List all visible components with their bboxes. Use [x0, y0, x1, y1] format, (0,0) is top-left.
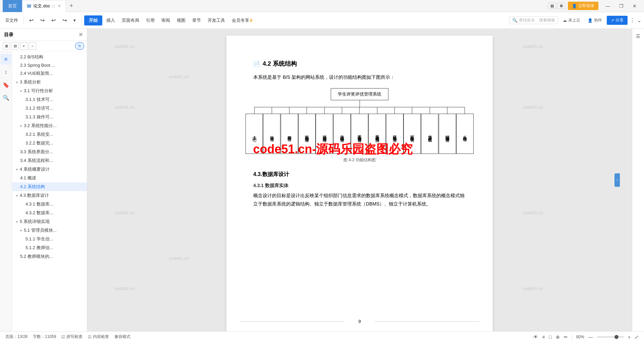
search-bar[interactable]: 🔍 查找命令、搜索模板 [509, 16, 558, 24]
panel-expand-button[interactable]: › [614, 173, 620, 187]
view-btn-1[interactable]: 👁 [533, 334, 538, 340]
spell-check[interactable]: ☑ 拼写检查 [61, 334, 83, 340]
diagram-cell-6: 奖学金申请管理 [351, 114, 368, 154]
toc-item-32[interactable]: ▾3.2 系统性能分... [12, 121, 87, 130]
toolbar-redo[interactable]: ↪ [38, 16, 47, 25]
toc-item-322[interactable]: 3.2.2 数据完... [12, 139, 87, 148]
toc-item-33[interactable]: 3.3 系统界面分... [12, 148, 87, 156]
sidebar-nav-icon[interactable]: ↕ [1, 67, 11, 77]
tab-doc[interactable]: W 论文.doc □ ✕ [22, 0, 66, 12]
toolbar-insert[interactable]: 插入 [104, 16, 118, 25]
content-check[interactable]: ☑ 内容检查 [88, 334, 109, 340]
toc-item-51[interactable]: ▾5.1 管理员模块... [12, 226, 87, 235]
toolbar-chapter[interactable]: 章节 [190, 16, 204, 25]
diagram-col-0: 个人中心 [246, 107, 263, 154]
toolbar-layout[interactable]: 页面布局 [119, 16, 142, 25]
toc-item-52[interactable]: 5.2 教师模块的... [12, 252, 87, 261]
toolbar-file[interactable]: ☰ 文件 [3, 16, 21, 25]
toolbar-review[interactable]: 审阅 [159, 16, 173, 25]
toc-item-22[interactable]: 2.2 B/S结构 [12, 53, 87, 61]
sidebar-content-area: ≡ ↕ 🔖 🔍 2.2 B/S结构 2.3 Spring Boot ... 2.… [0, 51, 87, 331]
zoom-minus-button[interactable]: — [588, 334, 593, 340]
toolbar-undo[interactable]: ↩ [26, 16, 36, 25]
layout-btn-2[interactable]: ⊞ [557, 3, 565, 9]
sidebar-remove-btn[interactable]: − [29, 42, 36, 50]
view-btn-3[interactable]: □ [549, 334, 551, 340]
toc-item-42[interactable]: 4.2 系统结构 [12, 182, 87, 191]
sidebar-close-button[interactable]: ✕ [78, 32, 83, 38]
toolbar-redo2[interactable]: ↪ [60, 16, 69, 25]
sidebar-search-icon[interactable]: 🔍 [1, 92, 11, 103]
diagram-col-4: 班级信息管理 [316, 107, 333, 154]
toc-item-41[interactable]: 4.1 概述 [12, 174, 87, 182]
toolbar-more[interactable]: ▾ [71, 16, 78, 24]
new-tab-button[interactable]: + [66, 2, 76, 9]
win-minimize-button[interactable]: — [601, 0, 614, 12]
view-btn-5[interactable]: ✏ [564, 334, 568, 340]
toc-item-4[interactable]: ▾4 系统概要设计 [12, 165, 87, 174]
sidebar-collapse-all[interactable]: ⊟ [11, 42, 19, 50]
toc-item-23[interactable]: 2.3 Spring Boot ... [12, 61, 87, 69]
doc-unsaved-icon: □ [52, 4, 55, 8]
more-options-btn[interactable]: ⋮ [630, 17, 635, 23]
sidebar-add-btn[interactable]: + [20, 42, 28, 50]
toc-item-431[interactable]: 4.3.1 数据库... [12, 200, 87, 209]
toolbar-start-button[interactable]: 开始 [84, 15, 102, 25]
diagram-col-6: 奖学金申请管理 [351, 107, 368, 154]
zoom-plus-button[interactable]: + [628, 334, 631, 340]
toolbar-member[interactable]: 会员专享 ♛ [229, 16, 256, 25]
toc-item-5[interactable]: ▾5 系统详细实现 [12, 217, 87, 226]
toc-item-43[interactable]: ▾4.3.数据库设计 [12, 191, 87, 200]
sidebar-controls: ⊞ ⊟ + − ↻ [0, 41, 87, 51]
sidebar-toc-icon[interactable]: ≡ [1, 54, 11, 65]
tab-home[interactable]: 首页 [3, 0, 22, 12]
right-sidebar-btn-1[interactable]: ☰ [634, 32, 643, 41]
login-button[interactable]: 👤 立即登录 [568, 2, 598, 10]
layout-btn-1[interactable]: ▤ [548, 3, 556, 9]
share-button[interactable]: ↗ 分享 [607, 16, 628, 25]
content-check-checkbox: ☑ [88, 335, 92, 339]
toc-item-511[interactable]: 5.1.1 学生信... [12, 235, 87, 243]
zoom-slider-thumb [614, 335, 619, 339]
sidebar-bookmark-icon[interactable]: 🔖 [1, 79, 11, 90]
cloud-button[interactable]: ☁ 未上云 [560, 16, 583, 24]
sidebar-expand-all[interactable]: ⊞ [3, 42, 10, 50]
expand-toolbar-btn[interactable]: ⌄ [637, 17, 641, 23]
toc-item-34[interactable]: 3.4 系统流程和... [12, 156, 87, 165]
sidebar-sync-button[interactable]: ↻ [75, 42, 84, 50]
toolbar: ☰ 文件 ↩ ↪ ↩ ↪ ▾ 开始 插入 页面布局 引用 审阅 视图 章节 开发… [0, 12, 644, 29]
toc-item-31[interactable]: ▾3.1 可行性分析 [12, 87, 87, 95]
toolbar-undo2[interactable]: ↩ [49, 16, 58, 25]
collab-button[interactable]: 👤 协作 [585, 16, 605, 24]
toc-item-313[interactable]: 3.1.3 操作可... [12, 113, 87, 121]
tab-close-button[interactable]: ✕ [58, 4, 61, 8]
diagram-col-2: 教师管理 [281, 107, 298, 154]
toc-item-432[interactable]: 4.3.2 数据库... [12, 209, 87, 217]
win-close-button[interactable]: ✕ [628, 0, 641, 12]
toc-item-512[interactable]: 5.1.2 教师信... [12, 243, 87, 252]
fullscreen-button[interactable]: ⤢ [635, 334, 639, 340]
sync-icon: ↻ [78, 44, 81, 48]
share-icon: ↗ [611, 18, 614, 23]
toc-item-3[interactable]: ▾3 系统分析 [12, 78, 87, 87]
toc-item-24[interactable]: 2.4 VUE框架简... [12, 69, 87, 78]
login-label: 立即登录 [578, 3, 594, 9]
toc-item-311[interactable]: 3.1.1 技术可... [12, 95, 87, 104]
diagram-cell-8: 获奖证书管理 [386, 114, 404, 154]
toolbar-view[interactable]: 视图 [174, 16, 188, 25]
zoom-slider[interactable] [597, 336, 624, 338]
cloud-icon: ☁ [563, 18, 567, 23]
doc-area[interactable]: code51.cn code51.cn code51.cn code51.cn … [87, 29, 632, 331]
status-bar: 页面：13/28 字数：11059 ☑ 拼写检查 ☑ 内容检查 兼容模式 👁 ≡… [0, 331, 644, 342]
login-icon: 👤 [572, 4, 577, 8]
toolbar-ref[interactable]: 引用 [143, 16, 157, 25]
toc-item-321[interactable]: 3.2.1 系统安... [12, 130, 87, 139]
system-diagram: 学生评奖评优管理系统 个人中心 学生管理 [253, 88, 466, 163]
win-restore-button[interactable]: ❐ [614, 0, 628, 12]
doc-section-icon: 📄 [253, 61, 260, 67]
view-btn-2[interactable]: ≡ [542, 334, 545, 340]
toc-item-312[interactable]: 3.1.2 经济可... [12, 104, 87, 113]
view-btn-4[interactable]: ⊕ [556, 334, 560, 340]
toolbar-devtools[interactable]: 开发工具 [205, 16, 228, 25]
status-right: 👁 ≡ □ ⊕ ✏ 80% — + ⤢ [533, 334, 639, 340]
